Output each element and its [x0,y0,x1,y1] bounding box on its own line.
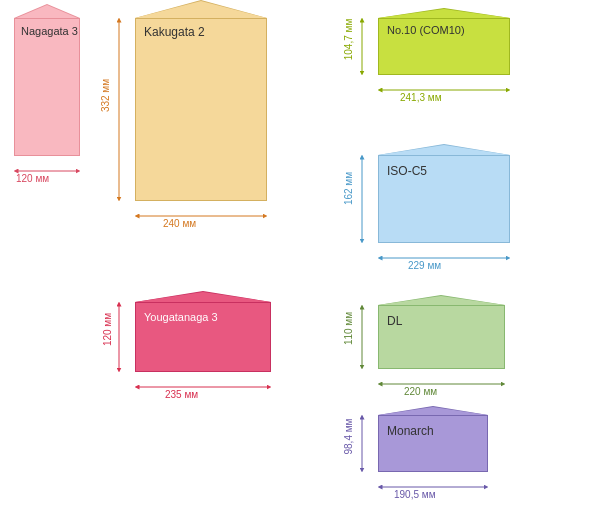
kakugata2-height-label: 332 мм [100,79,111,112]
dl-label: DL [387,314,402,328]
nagagata3-width-label: 120 мм [16,173,49,184]
no10-envelope: No.10 (COM10) 104,7 мм 241,3 мм [378,18,510,75]
isoc5-label: ISO-C5 [387,164,427,178]
yougatanaga3-width-label: 235 мм [165,389,198,400]
yougatanaga3-label: Yougatanaga 3 [144,311,218,323]
isoc5-envelope: ISO-C5 162 мм 229 мм [378,155,510,243]
kakugata2-height-arrow [109,18,129,201]
dl-width-arrow [378,374,505,394]
dl-envelope: DL 110 мм 220 мм [378,305,505,369]
no10-height-arrow [352,18,372,75]
isoc5-height-label: 162 мм [343,172,354,205]
yougatanaga3-width-arrow [135,377,271,397]
monarch-height-arrow [352,415,372,472]
isoc5-width-label: 229 мм [408,260,441,271]
nagagata3-label: Nagagata 3 [21,25,78,37]
kakugata2-envelope: Kakugata 2 332 мм 240 мм [135,18,267,201]
monarch-width-label: 190,5 мм [394,489,436,500]
no10-width-arrow [378,80,510,100]
monarch-envelope: Monarch 98,4 мм 190,5 мм [378,415,488,472]
yougatanaga3-envelope: Yougatanaga 3 120 мм 235 мм [135,302,271,372]
kakugata2-width-arrow [135,206,267,226]
no10-height-label: 104,7 мм [343,19,354,61]
dl-height-arrow [352,305,372,369]
no10-width-label: 241,3 мм [400,92,442,103]
yougatanaga3-height-label: 120 мм [102,313,113,346]
monarch-height-label: 98,4 мм [343,419,354,455]
nagagata3-height-arrow [0,18,6,156]
dl-height-label: 110 мм [343,312,354,345]
kakugata2-label: Kakugata 2 [144,25,205,39]
no10-label: No.10 (COM10) [387,24,465,36]
kakugata2-width-label: 240 мм [163,218,196,229]
monarch-label: Monarch [387,424,434,438]
nagagata3-envelope: Nagagata 3 235 мм 120 мм [14,18,80,156]
isoc5-height-arrow [352,155,372,243]
dl-width-label: 220 мм [404,386,437,397]
isoc5-width-arrow [378,248,510,268]
